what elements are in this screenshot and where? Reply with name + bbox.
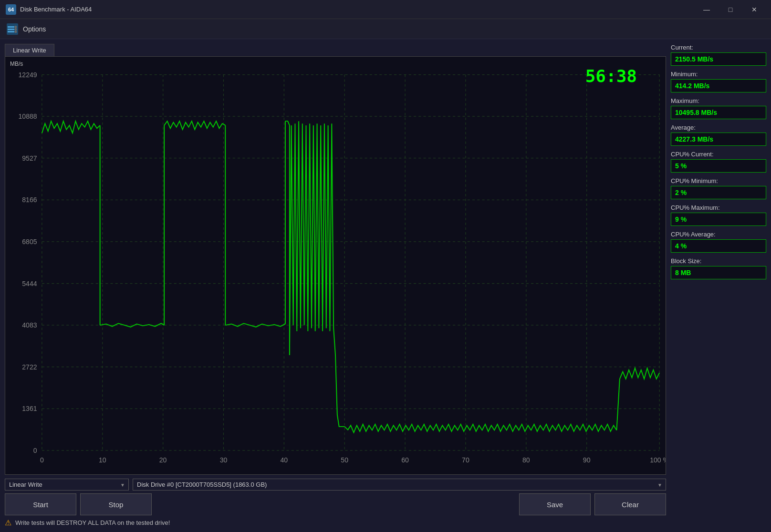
svg-text:0: 0 <box>40 456 44 464</box>
title-text: Disk Benchmark - AIDA64 <box>20 6 696 13</box>
minimum-value: 414.2 MB/s <box>671 79 766 92</box>
left-panel: Linear Write MB/s 56:38 <box>5 44 666 527</box>
test-type-select[interactable]: Linear Write Linear Read Random Read Ran… <box>5 479 129 491</box>
stat-cpu-max: CPU% Maximum: 9 % <box>671 204 766 226</box>
title-bar: 64 Disk Benchmark - AIDA64 — □ ✕ <box>0 0 771 19</box>
buttons-row: Start Stop Save Clear <box>5 493 666 515</box>
disk-wrapper: Disk Drive #0 [CT2000T705SSD5] (1863.0 G… <box>133 479 666 491</box>
minimize-button[interactable]: — <box>696 2 718 17</box>
bottom-controls: Linear Write Linear Read Random Read Ran… <box>5 479 666 527</box>
test-type-wrapper: Linear Write Linear Read Random Read Ran… <box>5 479 129 491</box>
svg-text:9527: 9527 <box>22 154 37 162</box>
svg-rect-1 <box>8 26 14 28</box>
cpu-max-value: 9 % <box>671 213 766 226</box>
svg-text:10888: 10888 <box>18 113 37 120</box>
svg-point-6 <box>15 31 17 33</box>
minimum-label: Minimum: <box>671 71 766 78</box>
stat-average: Average: 4227.3 MB/s <box>671 124 766 146</box>
tab-linear-write[interactable]: Linear Write <box>5 44 54 56</box>
stat-cpu-min: CPU% Minimum: 2 % <box>671 177 766 199</box>
options-label[interactable]: Options <box>23 25 46 33</box>
maximum-value: 10495.8 MB/s <box>671 106 766 119</box>
disk-select[interactable]: Disk Drive #0 [CT2000T705SSD5] (1863.0 G… <box>133 479 666 491</box>
svg-rect-7 <box>5 57 666 474</box>
cpu-min-value: 2 % <box>671 186 766 199</box>
right-panel: Current: 2150.5 MB/s Minimum: 414.2 MB/s… <box>671 44 766 527</box>
selectors-row: Linear Write Linear Read Random Read Ran… <box>5 479 666 491</box>
chart-svg: 12249 10888 9527 8166 6805 5444 4083 272… <box>5 57 666 474</box>
cpu-avg-label: CPU% Average: <box>671 231 766 238</box>
svg-text:30: 30 <box>220 456 228 464</box>
cpu-max-label: CPU% Maximum: <box>671 204 766 211</box>
svg-point-5 <box>15 28 17 31</box>
maximize-button[interactable]: □ <box>719 2 741 17</box>
stat-maximum: Maximum: 10495.8 MB/s <box>671 97 766 119</box>
average-label: Average: <box>671 124 766 131</box>
svg-text:12249: 12249 <box>18 71 37 79</box>
block-size-label: Block Size: <box>671 257 766 265</box>
warning-icon: ⚠ <box>5 518 11 527</box>
stop-button[interactable]: Stop <box>80 493 152 515</box>
stat-cpu-current: CPU% Current: 5 % <box>671 151 766 173</box>
svg-text:100 %: 100 % <box>650 456 666 464</box>
tab-bar: Linear Write <box>5 44 666 56</box>
svg-text:1361: 1361 <box>22 405 37 413</box>
svg-text:70: 70 <box>462 456 469 464</box>
warning-text: Write tests will DESTROY ALL DATA on the… <box>15 519 170 526</box>
svg-text:4083: 4083 <box>22 321 37 329</box>
clear-button[interactable]: Clear <box>594 493 666 515</box>
app-icon: 64 <box>6 4 16 15</box>
mbps-label: MB/s <box>10 61 23 67</box>
svg-text:20: 20 <box>159 456 167 464</box>
svg-text:10: 10 <box>99 456 106 464</box>
svg-text:8166: 8166 <box>22 196 37 204</box>
start-button[interactable]: Start <box>5 493 76 515</box>
warning-row: ⚠ Write tests will DESTROY ALL DATA on t… <box>5 518 666 527</box>
stat-current: Current: 2150.5 MB/s <box>671 44 766 66</box>
chart-inner: MB/s 56:38 <box>5 57 666 474</box>
save-button[interactable]: Save <box>519 493 591 515</box>
svg-text:40: 40 <box>281 456 288 464</box>
svg-text:80: 80 <box>522 456 530 464</box>
svg-text:90: 90 <box>583 456 591 464</box>
stat-minimum: Minimum: 414.2 MB/s <box>671 71 766 92</box>
window-controls: — □ ✕ <box>696 2 765 17</box>
svg-text:2722: 2722 <box>22 363 37 371</box>
cpu-current-label: CPU% Current: <box>671 151 766 158</box>
current-value: 2150.5 MB/s <box>671 52 766 66</box>
svg-rect-2 <box>8 29 14 30</box>
average-value: 4227.3 MB/s <box>671 133 766 146</box>
cpu-min-label: CPU% Minimum: <box>671 177 766 184</box>
maximum-label: Maximum: <box>671 97 766 104</box>
svg-point-4 <box>15 26 17 28</box>
svg-text:6805: 6805 <box>22 238 37 246</box>
cpu-avg-value: 4 % <box>671 239 766 253</box>
chart-container: MB/s 56:38 <box>5 56 666 475</box>
svg-text:0: 0 <box>33 447 37 454</box>
svg-text:50: 50 <box>341 456 348 464</box>
close-button[interactable]: ✕ <box>743 2 765 17</box>
main-container: Linear Write MB/s 56:38 <box>0 39 771 532</box>
block-size-value: 8 MB <box>671 266 766 279</box>
svg-text:5444: 5444 <box>22 280 37 287</box>
cpu-current-value: 5 % <box>671 159 766 173</box>
stat-block-size: Block Size: 8 MB <box>671 257 766 279</box>
timer-display: 56:38 <box>585 66 637 86</box>
svg-rect-3 <box>8 31 14 32</box>
menu-bar: Options <box>0 19 771 39</box>
stat-cpu-avg: CPU% Average: 4 % <box>671 231 766 253</box>
options-icon <box>6 22 19 36</box>
current-label: Current: <box>671 44 766 51</box>
svg-text:60: 60 <box>401 456 409 464</box>
